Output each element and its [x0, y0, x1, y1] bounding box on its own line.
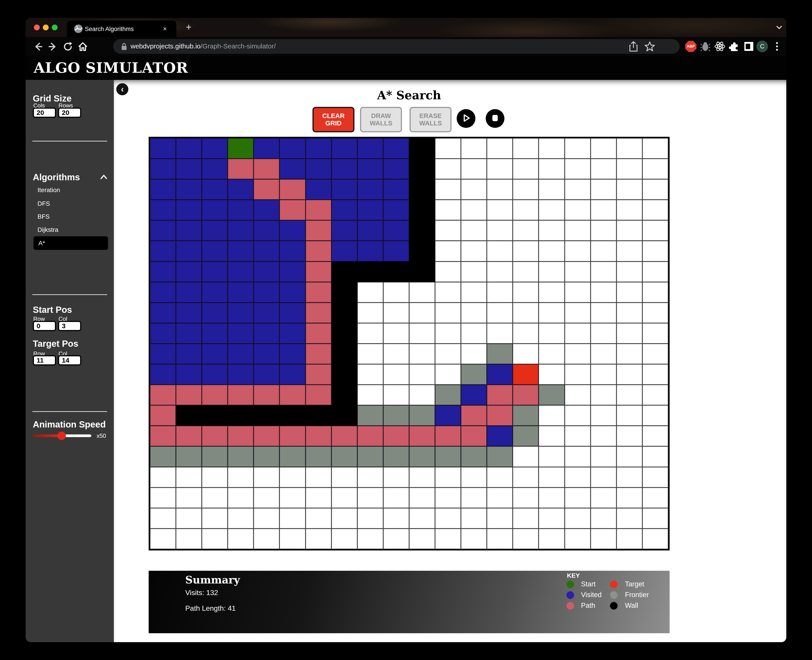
grid-cell[interactable] [176, 528, 202, 549]
grid-cell[interactable] [487, 241, 513, 261]
grid-cell[interactable] [280, 508, 305, 528]
grid-cell[interactable] [150, 262, 176, 282]
grid-cell[interactable] [539, 426, 564, 446]
grid-cell[interactable] [383, 528, 409, 549]
grid-cell[interactable] [358, 262, 383, 282]
grid-cell[interactable] [254, 385, 280, 405]
grid-cell[interactable] [487, 220, 513, 241]
grid-cell[interactable] [383, 262, 409, 282]
grid-cell[interactable] [150, 282, 176, 303]
grid-cell[interactable] [409, 241, 435, 261]
grid-cell[interactable] [202, 159, 228, 179]
grid-cell[interactable] [305, 405, 331, 426]
grid-cell[interactable] [487, 405, 513, 426]
grid-cell[interactable] [487, 282, 513, 303]
grid-cell[interactable] [383, 364, 409, 385]
grid-cell[interactable] [358, 426, 383, 446]
grid-cell[interactable] [150, 220, 176, 241]
grid-cell[interactable] [435, 364, 461, 385]
grid-cell[interactable] [513, 344, 539, 364]
grid-cell[interactable] [254, 426, 280, 446]
grid-cell[interactable] [331, 385, 358, 405]
grid-cell[interactable] [202, 262, 228, 282]
grid-cell[interactable] [539, 364, 564, 385]
grid-cell[interactable] [461, 159, 487, 179]
grid-cell[interactable] [202, 426, 228, 446]
grid-cell[interactable] [176, 487, 202, 508]
grid-cell[interactable] [331, 446, 358, 467]
grid-cell[interactable] [383, 179, 409, 200]
grid-cell[interactable] [591, 138, 617, 159]
grid-cell[interactable] [228, 446, 254, 467]
grid-cell[interactable] [513, 323, 539, 344]
grid-cell[interactable] [150, 426, 176, 446]
grid-cell[interactable] [642, 528, 668, 549]
grid-cell[interactable] [202, 405, 228, 426]
grid-cell[interactable] [176, 220, 202, 241]
grid-cell[interactable] [513, 200, 539, 220]
grid-cell[interactable] [228, 508, 254, 528]
grid-cell[interactable] [254, 467, 280, 487]
grid-cell[interactable] [280, 282, 305, 303]
grid-cell[interactable] [254, 200, 280, 220]
grid-cell[interactable] [617, 241, 642, 261]
grid-cell[interactable] [176, 159, 202, 179]
back-icon[interactable] [32, 41, 44, 53]
grid-cell[interactable] [228, 159, 254, 179]
grid-cell[interactable] [228, 426, 254, 446]
sidebar-item-astar-selected[interactable]: A* [33, 236, 108, 250]
grid-cell[interactable] [487, 179, 513, 200]
grid-cell[interactable] [150, 528, 176, 549]
grid-cell[interactable] [487, 487, 513, 508]
grid-cell[interactable] [331, 508, 358, 528]
grid-cell[interactable] [305, 508, 331, 528]
grid-cell[interactable] [565, 528, 591, 549]
grid-cell[interactable] [435, 487, 461, 508]
reload-icon[interactable] [62, 41, 74, 53]
grid-cell[interactable] [513, 405, 539, 426]
grid-cell[interactable] [358, 385, 383, 405]
grid-cell[interactable] [435, 426, 461, 446]
grid-cell[interactable] [280, 179, 305, 200]
grid-cell[interactable] [176, 138, 202, 159]
grid-cell[interactable] [202, 200, 228, 220]
grid-cell[interactable] [565, 508, 591, 528]
grid-cell[interactable] [254, 405, 280, 426]
grid-cell[interactable] [358, 405, 383, 426]
grid-cell[interactable] [539, 159, 564, 179]
tab-close-icon[interactable]: × [163, 25, 167, 33]
grid-cell[interactable] [591, 282, 617, 303]
grid-cell[interactable] [461, 508, 487, 528]
grid-cell[interactable] [642, 508, 668, 528]
grid-cell[interactable] [435, 446, 461, 467]
grid-cell[interactable] [254, 508, 280, 528]
grid-cell[interactable] [642, 364, 668, 385]
grid-cell[interactable] [513, 446, 539, 467]
grid-cell[interactable] [150, 446, 176, 467]
grid-cell[interactable] [150, 159, 176, 179]
grid-cell[interactable] [642, 138, 668, 159]
grid-cell[interactable] [539, 385, 564, 405]
grid-cell[interactable] [228, 138, 254, 159]
grid-cell[interactable] [461, 487, 487, 508]
grid-cell[interactable] [305, 159, 331, 179]
grid-cell[interactable] [280, 262, 305, 282]
grid-cell[interactable] [358, 138, 383, 159]
grid-cell[interactable] [409, 200, 435, 220]
grid-cell[interactable] [176, 323, 202, 344]
grid-cell[interactable] [642, 241, 668, 261]
grid-cell[interactable] [487, 323, 513, 344]
grid-cell[interactable] [617, 364, 642, 385]
grid-cell[interactable] [487, 159, 513, 179]
grid-cell[interactable] [305, 487, 331, 508]
grid-cell[interactable] [383, 487, 409, 508]
grid-cell[interactable] [591, 262, 617, 282]
grid-cell[interactable] [617, 528, 642, 549]
grid-cell[interactable] [358, 487, 383, 508]
grid-cell[interactable] [409, 446, 435, 467]
grid-cell[interactable] [358, 446, 383, 467]
grid-cell[interactable] [435, 138, 461, 159]
grid-cell[interactable] [409, 220, 435, 241]
grid-cell[interactable] [331, 200, 358, 220]
grid-cell[interactable] [409, 344, 435, 364]
